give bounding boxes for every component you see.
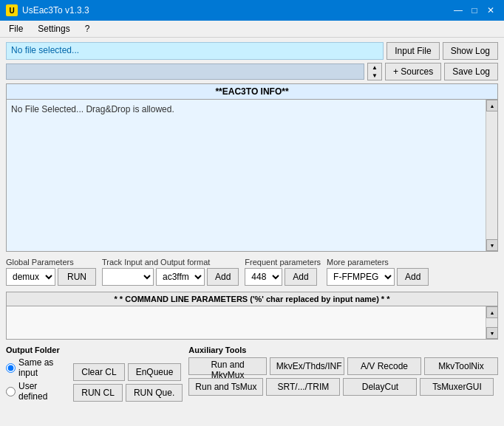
info-header: **EAC3TO INFO** [7, 84, 497, 100]
more-add-button[interactable]: Add [397, 268, 429, 286]
sources-button[interactable]: + Sources [385, 63, 441, 80]
show-log-button[interactable]: Show Log [443, 42, 498, 60]
run-cl-button[interactable]: RUN CL [73, 384, 123, 402]
srt-trim-button[interactable]: SRT/.../TRIM [266, 378, 340, 396]
tsmuxergui-button[interactable]: TsMuxerGUI [420, 378, 494, 396]
spinner-up[interactable]: ▲ [368, 63, 381, 72]
more-params-label: More parameters [327, 258, 429, 267]
aux-row-1: Run and MkvMux MkvEx/Thds/INF A/V Recode… [188, 357, 498, 375]
frequent-params-label: Frequent parameters [245, 258, 321, 267]
run-tsmux-button[interactable]: Run and TsMux [188, 378, 263, 396]
more-params-row: F-FFMPEG Add [327, 268, 429, 286]
cmd-scrollbar[interactable]: ▲ ▼ [486, 306, 497, 339]
info-section: **EAC3TO INFO** No File Selected... Drag… [6, 83, 498, 252]
av-recode-button[interactable]: A/V Recode [347, 357, 421, 375]
close-button[interactable]: ✕ [483, 3, 498, 18]
global-params-select[interactable]: demux [6, 268, 55, 286]
global-params-label: Global Parameters [6, 258, 96, 267]
bottom-section: Output Folder Same as input User defined… [6, 343, 498, 405]
file-row: No file selected... Input File Show Log [6, 42, 498, 60]
info-wrapper: No File Selected... Drag&Drop is allowed… [7, 100, 497, 251]
run-button[interactable]: RUN [58, 268, 96, 286]
track-input-select[interactable] [102, 268, 154, 286]
minimize-button[interactable]: — [451, 3, 466, 18]
cmd-wrapper: ▲ ▼ [7, 306, 497, 339]
user-defined-radio[interactable] [6, 387, 16, 396]
menu-file[interactable]: File [3, 22, 29, 35]
main-content: No file selected... Input File Show Log … [0, 38, 504, 409]
same-as-input-row: Same as input [6, 357, 67, 378]
more-params-select[interactable]: F-FFMPEG [327, 268, 395, 286]
cmd-header: * * COMMAND LINE PARAMETERS ('%' char re… [7, 292, 497, 306]
maximize-button[interactable]: □ [467, 3, 482, 18]
track-format-group: Track Input and Output format ac3ffm Add [102, 258, 239, 286]
more-params-group: More parameters F-FFMPEG Add [327, 258, 429, 286]
save-log-button[interactable]: Save Log [444, 63, 498, 80]
global-params-group: Global Parameters demux RUN [6, 258, 96, 286]
run-mkvmux-button[interactable]: Run and MkvMux [188, 357, 267, 375]
frequent-add-button[interactable]: Add [285, 268, 316, 286]
aux-row-2: Run and TsMux SRT/.../TRIM DelayCut TsMu… [188, 378, 498, 396]
cmd-scroll-up[interactable]: ▲ [486, 306, 498, 318]
app-title: UsEac3To v1.3.3 [22, 5, 89, 16]
scroll-down-button[interactable]: ▼ [486, 239, 498, 251]
action-buttons: Clear CL EnQueue RUN CL RUN Que. [73, 363, 183, 402]
params-section: Global Parameters demux RUN Track Input … [6, 255, 498, 289]
track-add-button[interactable]: Add [207, 268, 239, 286]
progress-bar [6, 63, 364, 80]
menu-bar: File Settings ? [0, 21, 504, 38]
progress-row: ▲ ▼ + Sources Save Log [6, 63, 498, 80]
user-defined-label: User defined [18, 381, 67, 402]
menu-help[interactable]: ? [79, 22, 96, 35]
scroll-up-button[interactable]: ▲ [486, 100, 498, 111]
output-folder-label: Output Folder [6, 346, 67, 354]
file-input-display[interactable]: No file selected... [6, 42, 384, 60]
frequent-params-group: Frequent parameters 448 Add [245, 258, 321, 286]
enqueue-button[interactable]: EnQueue [128, 363, 182, 381]
menu-settings[interactable]: Settings [32, 22, 75, 35]
title-bar-controls: — □ ✕ [451, 3, 498, 18]
title-bar-left: U UsEac3To v1.3.3 [6, 4, 89, 16]
user-defined-row: User defined [6, 381, 67, 402]
app-icon: U [6, 4, 18, 16]
clear-cl-button[interactable]: Clear CL [73, 363, 124, 381]
progress-spinner[interactable]: ▲ ▼ [367, 63, 382, 80]
input-file-button[interactable]: Input File [386, 42, 439, 60]
mkvex-button[interactable]: MkvEx/Thds/INF [270, 357, 344, 375]
same-as-input-label: Same as input [18, 357, 67, 378]
cmd-section: * * COMMAND LINE PARAMETERS ('%' char re… [6, 292, 498, 340]
track-output-select[interactable]: ac3ffm [156, 268, 205, 286]
title-bar: U UsEac3To v1.3.3 — □ ✕ [0, 0, 504, 21]
aux-tools-group: Auxiliary Tools Run and MkvMux MkvEx/Thd… [188, 346, 498, 396]
run-que-button[interactable]: RUN Que. [126, 384, 183, 402]
cmd-scroll-down[interactable]: ▼ [486, 327, 498, 339]
frequent-params-select[interactable]: 448 [245, 268, 282, 286]
cmd-body [7, 306, 486, 339]
info-body: No File Selected... Drag&Drop is allowed… [7, 100, 486, 251]
info-scrollbar[interactable]: ▲ ▼ [486, 100, 497, 251]
frequent-params-row: 448 Add [245, 268, 321, 286]
mkvtoolnix-button[interactable]: MkvToolNix [424, 357, 498, 375]
track-format-row: ac3ffm Add [102, 268, 239, 286]
delaycut-button[interactable]: DelayCut [343, 378, 417, 396]
spinner-down[interactable]: ▼ [368, 72, 381, 80]
same-as-input-radio[interactable] [6, 363, 16, 373]
track-format-label: Track Input and Output format [102, 258, 239, 267]
aux-tools-label: Auxiliary Tools [188, 346, 498, 354]
output-folder-group: Output Folder Same as input User defined [6, 346, 67, 402]
global-params-row: demux RUN [6, 268, 96, 286]
